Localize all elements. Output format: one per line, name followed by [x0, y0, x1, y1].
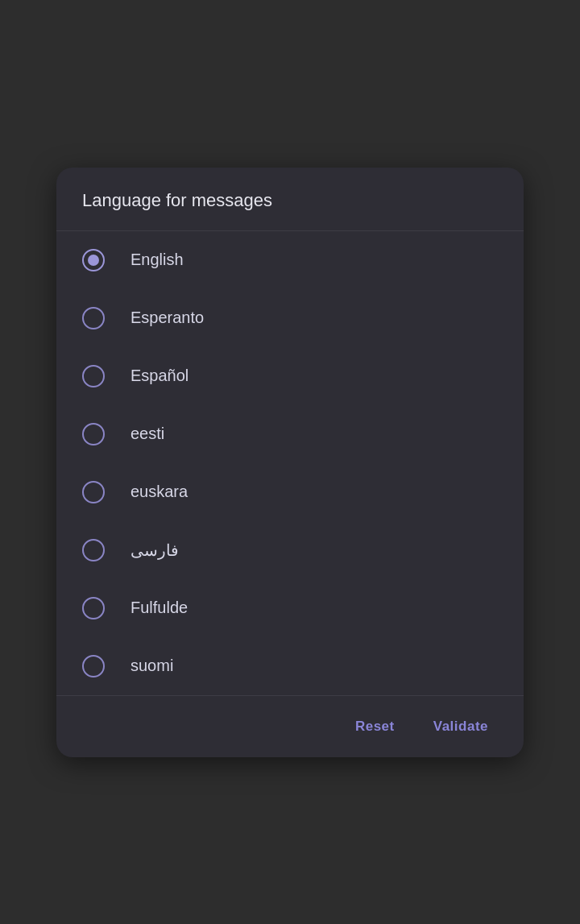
radio-fulfulde: [82, 597, 105, 619]
language-label-euskara: euskara: [130, 483, 188, 501]
language-list: EnglishEsperantoEspañoleestieuskaraفارسی…: [56, 231, 524, 696]
backdrop: Language for messages EnglishEsperantoEs…: [0, 0, 580, 924]
language-label-fulfulde: Fulfulde: [130, 599, 188, 617]
radio-inner-english: [88, 255, 99, 266]
radio-espanol: [82, 365, 105, 387]
language-label-farsi: فارسی: [130, 541, 179, 560]
radio-eesti: [82, 423, 105, 445]
language-dialog: Language for messages EnglishEsperantoEs…: [56, 168, 524, 757]
language-item-english[interactable]: English: [56, 231, 524, 289]
radio-suomi: [82, 655, 105, 677]
dialog-actions: Reset Validate: [56, 696, 524, 757]
language-label-english: English: [130, 251, 184, 269]
language-item-suomi[interactable]: suomi: [56, 637, 524, 695]
language-label-suomi: suomi: [130, 657, 173, 675]
radio-farsi: [82, 539, 105, 561]
dialog-title: Language for messages: [56, 168, 524, 231]
radio-english: [82, 249, 105, 271]
language-item-euskara[interactable]: euskara: [56, 463, 524, 521]
radio-euskara: [82, 481, 105, 503]
language-label-eesti: eesti: [130, 425, 164, 443]
radio-esperanto: [82, 307, 105, 329]
language-label-espanol: Español: [130, 367, 188, 385]
language-item-espanol[interactable]: Español: [56, 347, 524, 405]
validate-button[interactable]: Validate: [420, 712, 501, 741]
language-item-eesti[interactable]: eesti: [56, 405, 524, 463]
language-item-farsi[interactable]: فارسی: [56, 521, 524, 579]
language-item-fulfulde[interactable]: Fulfulde: [56, 579, 524, 637]
language-label-esperanto: Esperanto: [130, 309, 204, 327]
reset-button[interactable]: Reset: [342, 712, 408, 741]
language-item-esperanto[interactable]: Esperanto: [56, 289, 524, 347]
